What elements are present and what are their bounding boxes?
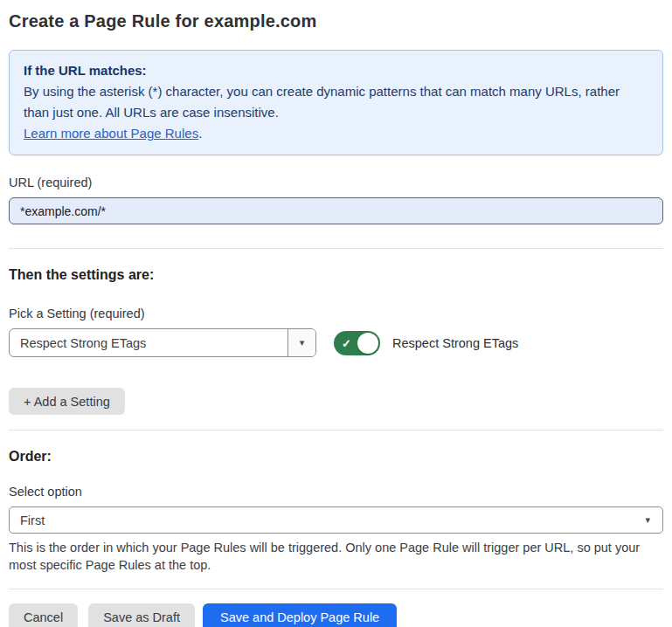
info-callout-link-line: Learn more about Page Rules. — [24, 123, 648, 144]
learn-more-link[interactable]: Learn more about Page Rules — [24, 126, 198, 141]
chevron-down-icon: ▾ — [300, 338, 305, 348]
setting-row: Respect Strong ETags ▾ ✓ Respect Strong … — [9, 328, 663, 357]
form-actions: Cancel Save as Draft Save and Deploy Pag… — [9, 603, 663, 627]
divider — [9, 589, 663, 589]
order-select-label: Select option — [9, 484, 663, 500]
toggle-knob — [357, 333, 378, 354]
order-help-text: This is the order in which your Page Rul… — [9, 540, 663, 574]
setting-dropdown-value: Respect Strong ETags — [10, 329, 288, 356]
order-section-heading: Order: — [9, 448, 663, 465]
info-callout-body: By using the asterisk (*) character, you… — [24, 81, 648, 123]
page-title: Create a Page Rule for example.com — [9, 10, 663, 33]
url-match-info-callout: If the URL matches: By using the asteris… — [9, 50, 663, 155]
check-icon: ✓ — [342, 336, 351, 349]
pick-setting-label: Pick a Setting (required) — [9, 306, 663, 321]
page-rule-form: Create a Page Rule for example.com If th… — [0, 0, 672, 627]
order-select-value: First — [20, 513, 45, 527]
setting-dropdown-caret-button[interactable]: ▾ — [288, 329, 315, 356]
settings-section-heading: Then the settings are: — [9, 266, 663, 283]
save-and-deploy-button[interactable]: Save and Deploy Page Rule — [203, 603, 397, 627]
setting-toggle[interactable]: ✓ — [334, 331, 380, 355]
url-field-label: URL (required) — [9, 175, 663, 190]
add-setting-button[interactable]: + Add a Setting — [9, 388, 125, 415]
divider — [9, 430, 663, 431]
divider — [9, 248, 663, 249]
url-input[interactable] — [9, 197, 663, 224]
cancel-button[interactable]: Cancel — [9, 603, 78, 627]
setting-toggle-label: Respect Strong ETags — [392, 336, 518, 350]
save-as-draft-button[interactable]: Save as Draft — [88, 603, 195, 627]
setting-toggle-group: ✓ Respect Strong ETags — [334, 331, 518, 355]
link-period: . — [198, 126, 202, 141]
chevron-down-icon: ▾ — [645, 515, 650, 525]
info-callout-heading: If the URL matches: — [24, 60, 648, 81]
order-select[interactable]: First ▾ — [9, 506, 663, 534]
setting-dropdown[interactable]: Respect Strong ETags ▾ — [9, 328, 316, 357]
